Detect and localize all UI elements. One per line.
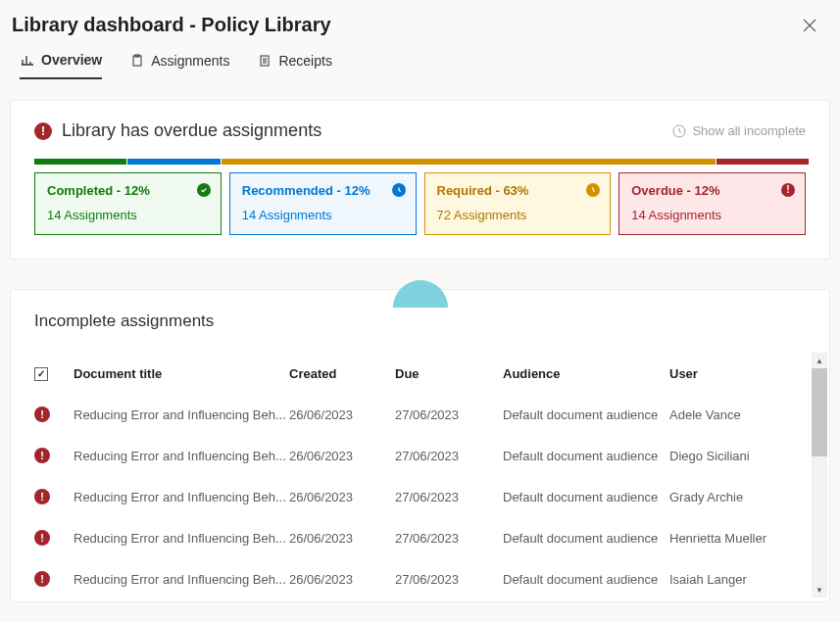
progress-rail [34,159,806,165]
cell-document-title: Reducing Error and Influencing Beh... [74,449,289,463]
assignments-table: ✓ Document title Created Due Audience Us… [11,353,829,598]
scroll-thumb[interactable] [812,368,827,456]
table-row[interactable]: !Reducing Error and Influencing Beh...26… [34,476,817,517]
cell-due: 27/06/2023 [395,531,503,546]
receipt-icon [257,53,272,69]
overdue-row-icon: ! [34,530,50,546]
cell-created: 26/06/2023 [289,572,395,587]
rail-recommended [127,159,220,165]
check-circle-icon [197,183,211,197]
table-row[interactable]: !Reducing Error and Influencing Beh...26… [34,558,817,598]
status-card: ! Library has overdue assignments Show a… [10,100,830,260]
cell-created: 26/06/2023 [289,407,395,422]
page-title: Library dashboard - Policy Library [12,14,331,36]
clock-icon [672,124,686,138]
cell-created: 26/06/2023 [289,531,395,546]
table-row[interactable]: !Reducing Error and Influencing Beh...26… [34,517,817,558]
cell-user: Grady Archie [669,490,817,504]
cell-created: 26/06/2023 [289,449,395,463]
alert-icon: ! [34,122,52,140]
rail-completed [34,159,126,165]
tab-receipts-label: Receipts [278,53,331,69]
stat-overdue[interactable]: Overdue - 12% 14 Assignments ! [618,172,806,235]
table-row[interactable]: !Reducing Error and Influencing Beh...26… [34,394,817,435]
show-all-label: Show all incomplete [692,123,806,138]
cell-user: Diego Siciliani [669,449,817,463]
cell-due: 27/06/2023 [395,490,503,504]
cell-due: 27/06/2023 [395,572,503,587]
close-icon [803,19,816,32]
cell-audience: Default document audience [503,490,669,504]
scroll-up-icon[interactable]: ▲ [812,353,827,368]
col-document-title[interactable]: Document title [74,366,289,381]
tab-overview-label: Overview [41,52,102,68]
clipboard-icon [129,53,145,69]
stat-row: Completed - 12% 14 Assignments Recommend… [34,172,806,235]
overdue-row-icon: ! [34,489,50,504]
cell-audience: Default document audience [503,449,669,463]
tab-assignments[interactable]: Assignments [129,52,229,79]
tab-overview[interactable]: Overview [20,52,102,79]
stat-completed[interactable]: Completed - 12% 14 Assignments [34,172,222,235]
cell-audience: Default document audience [503,572,669,587]
page-header: Library dashboard - Policy Library [0,0,840,44]
cell-audience: Default document audience [503,407,669,422]
cell-created: 26/06/2023 [289,490,395,504]
overdue-row-icon: ! [34,448,50,463]
rail-overdue [716,159,809,165]
cell-audience: Default document audience [503,531,669,546]
status-heading: ! Library has overdue assignments [34,120,321,141]
stat-required-title: Required - 63% [437,183,599,198]
col-user[interactable]: User [669,366,817,381]
col-due[interactable]: Due [395,366,503,381]
select-all-checkbox[interactable]: ✓ [34,367,48,381]
stat-required-sub: 72 Assignments [437,208,599,222]
stat-overdue-sub: 14 Assignments [631,208,793,222]
cell-document-title: Reducing Error and Influencing Beh... [74,490,289,504]
alert-fill-icon: ! [781,183,795,197]
overdue-row-icon: ! [34,571,50,587]
list-title: Incomplete assignments [11,311,829,339]
stat-overdue-title: Overdue - 12% [631,183,793,198]
clock-fill-icon [392,183,406,197]
cell-due: 27/06/2023 [395,449,503,463]
stat-recommended-title: Recommended - 12% [242,183,404,198]
close-button[interactable] [799,15,820,36]
cell-user: Isaiah Langer [669,572,817,587]
table-header: ✓ Document title Created Due Audience Us… [34,353,817,394]
cell-document-title: Reducing Error and Influencing Beh... [74,572,289,587]
col-audience[interactable]: Audience [503,366,669,381]
stat-required[interactable]: Required - 63% 72 Assignments [424,172,612,235]
cell-document-title: Reducing Error and Influencing Beh... [74,531,289,546]
incomplete-assignments-card: Incomplete assignments ✓ Document title … [10,289,830,602]
scroll-down-icon[interactable]: ▼ [812,582,827,598]
table-row[interactable]: !Reducing Error and Influencing Beh...26… [34,435,817,476]
tab-assignments-label: Assignments [151,53,229,69]
col-created[interactable]: Created [289,366,395,381]
cell-due: 27/06/2023 [395,407,503,422]
rail-required [222,159,716,165]
cell-user: Henrietta Mueller [669,531,817,546]
tab-receipts[interactable]: Receipts [257,52,331,79]
scrollbar[interactable]: ▲ ▼ [812,353,827,598]
cell-user: Adele Vance [669,407,817,422]
tab-bar: Overview Assignments Receipts [0,44,840,80]
stat-completed-title: Completed - 12% [47,183,209,198]
show-all-incomplete-link[interactable]: Show all incomplete [672,123,806,138]
stat-recommended-sub: 14 Assignments [242,208,404,222]
overdue-row-icon: ! [34,407,50,422]
floating-action-button[interactable] [393,280,448,308]
chart-icon [20,52,35,68]
status-heading-text: Library has overdue assignments [62,120,321,141]
stat-completed-sub: 14 Assignments [47,208,209,222]
cell-document-title: Reducing Error and Influencing Beh... [74,407,289,422]
stat-recommended[interactable]: Recommended - 12% 14 Assignments [229,172,417,235]
